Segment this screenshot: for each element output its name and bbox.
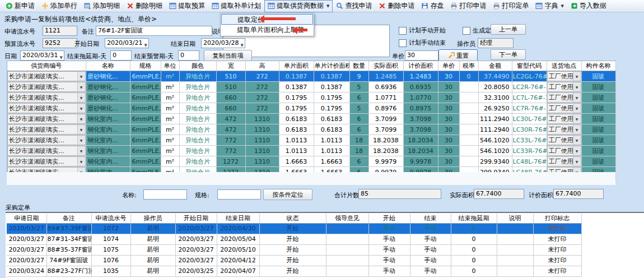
column-header[interactable]: 单位: [161, 61, 179, 71]
column-header[interactable]: 单价: [438, 61, 459, 71]
checkbox-box[interactable]: [463, 27, 470, 35]
supplier-combobox[interactable]: 长沙市潇湘玻璃实...▼: [7, 156, 86, 167]
order-row[interactable]: 2020/03/2774#9F窗固玻1076易明2020/03/272020/0…: [7, 256, 581, 266]
column-header[interactable]: 结束: [410, 214, 451, 224]
order-row[interactable]: 2020/03/2788#35-37F窗固玻1075易明2020/03/2720…: [7, 245, 581, 256]
item-row[interactable]: 长沙市潇湘玻璃实...▼钢化室内...6mmPLE...m²异地合片472131…: [7, 114, 615, 124]
delivery-combobox[interactable]: 工厂使用▼: [547, 82, 581, 92]
delivery-combobox[interactable]: 工厂使用▼: [547, 146, 581, 156]
plan-manual-start-checkbox[interactable]: 计划手动开始: [399, 26, 446, 35]
end-delay-field[interactable]: 0: [110, 50, 132, 61]
toolbar-button-delete-request[interactable]: 删除申请: [375, 0, 418, 12]
column-header[interactable]: 操作员: [130, 214, 175, 224]
toolbar-button-dictionary[interactable]: 字典▼: [532, 0, 567, 12]
order-row[interactable]: 2020/03/2789#37-39F窗固玻1072易明2020/03/2720…: [7, 224, 581, 234]
supplier-combobox[interactable]: 长沙市潇湘玻璃实...▼: [7, 103, 86, 114]
column-header[interactable]: 备注: [46, 214, 91, 224]
toolbar-button-label: 添加单行: [50, 1, 77, 11]
delivery-combobox[interactable]: 工厂使用▼: [547, 103, 581, 114]
delivery-combobox[interactable]: 工厂使用▼: [547, 156, 581, 167]
filter-spec-input[interactable]: [217, 189, 261, 200]
column-header[interactable]: 单片计价面积: [314, 61, 349, 71]
column-header[interactable]: 单片面积: [279, 61, 314, 71]
column-header[interactable]: 领导意见: [326, 214, 368, 224]
order-row[interactable]: 2020/03/2787#31-34F窗固玻1074易明2020/03/2720…: [7, 234, 581, 245]
column-header[interactable]: 数量: [349, 61, 368, 71]
column-header[interactable]: 高: [245, 61, 279, 71]
column-header[interactable]: 开始日期: [175, 214, 217, 224]
column-header[interactable]: 颜色: [179, 61, 216, 71]
delivery-combobox[interactable]: 工厂使用▼: [547, 92, 581, 103]
toolbar-button-add-row[interactable]: 添加单行: [38, 0, 81, 12]
delivery-combobox[interactable]: 工厂使用▼: [547, 114, 581, 124]
end-date-combobox[interactable]: 2020/03/28: [201, 38, 245, 48]
column-header[interactable]: 宽: [216, 61, 245, 71]
toolbar-button-find-request[interactable]: 查找申请: [333, 0, 375, 12]
delivery-combobox[interactable]: 工厂使用▼: [547, 71, 581, 82]
filter-name-input[interactable]: [143, 189, 187, 200]
supplier-combobox[interactable]: 长沙市潇湘玻璃实...▼: [7, 71, 86, 82]
supplier-combobox[interactable]: 长沙市潇湘玻璃实...▼: [7, 135, 86, 146]
column-header[interactable]: 规格: [130, 61, 161, 71]
item-row[interactable]: 长沙市潇湘玻璃实...▼磨砂钢化...6mmPLE...m²异地合片660272…: [7, 92, 615, 103]
toolbar-button-extract-budget[interactable]: 提取预算: [166, 0, 208, 12]
checkbox-box[interactable]: [399, 27, 407, 35]
item-row[interactable]: 长沙市潇湘玻璃实...▼钢化室内...6mmPLE...m²异地合片127213…: [7, 156, 615, 167]
column-header[interactable]: 金额: [478, 61, 512, 71]
supplier-combobox[interactable]: 长沙市潇湘玻璃实...▼: [7, 114, 86, 124]
toolbar-button-print-order[interactable]: 打印定单: [489, 0, 532, 12]
toolbar-button-save[interactable]: 存盘: [418, 0, 447, 12]
date-combobox[interactable]: 2020/03/31: [20, 50, 64, 61]
toolbar-button-delete-detail[interactable]: 删除明细: [123, 0, 166, 12]
column-header[interactable]: 打印标志: [533, 214, 581, 224]
item-row[interactable]: 长沙市潇湘玻璃实...▼钢化室内...6mmPLE...m²异地合片472131…: [7, 124, 615, 135]
locate-by-condition-button[interactable]: 按条件定位: [263, 189, 312, 200]
toolbar-button-new-request[interactable]: 新申请: [2, 0, 38, 12]
copy-current-button[interactable]: 复制当前项: [204, 50, 252, 61]
column-header[interactable]: 税率: [459, 61, 478, 71]
order-row[interactable]: 2020/03/2488#23-27F门顶玻1035易明2020/03/2520…: [7, 266, 581, 277]
column-header[interactable]: 名称: [86, 61, 130, 71]
remark-field[interactable]: 76#1-2F窗固玻: [96, 26, 212, 36]
apply-no-field[interactable]: 1121: [43, 26, 77, 36]
item-row[interactable]: 长沙市潇湘玻璃实...▼磨砂钢化...6mmPLE...m²异地合片510272…: [7, 82, 615, 92]
column-header[interactable]: 窗型代码: [512, 61, 547, 71]
column-header[interactable]: 申请流水号: [91, 214, 130, 224]
toolbar-button-add-detail[interactable]: 添加明细: [81, 0, 123, 12]
column-header[interactable]: 结束拖延期: [451, 214, 497, 224]
column-header[interactable]: 计价面积: [403, 61, 438, 71]
item-row[interactable]: 长沙市潇湘玻璃实...▼钢化室内...6mmPLE...m²异地合片772131…: [7, 135, 615, 146]
column-header[interactable]: 送货地点: [547, 61, 581, 71]
unit-price-field[interactable]: 30: [405, 50, 438, 61]
item-row[interactable]: 长沙市潇湘玻璃实...▼钢化室内...6mmPLE...m²异地合片772131…: [7, 146, 615, 156]
toolbar-button-print-request[interactable]: 打印申请: [447, 0, 489, 12]
column-header[interactable]: 供货商编号: [7, 61, 86, 71]
toolbar-button-extract-supplier-data[interactable]: 提取供货商数据▼: [264, 0, 333, 12]
column-header[interactable]: 结束日期: [217, 214, 259, 224]
delivery-combobox[interactable]: 工厂使用▼: [547, 124, 581, 135]
supplier-combobox[interactable]: 长沙市潇湘玻璃实...▼: [7, 82, 86, 92]
column-header[interactable]: 状态: [259, 214, 326, 224]
budget-no-field[interactable]: 9252: [43, 38, 77, 48]
toolbar-button-extract-supplement-plan[interactable]: 提取补单计划: [208, 0, 264, 12]
toolbar-button-import-data[interactable]: 导入数据: [567, 0, 610, 12]
column-header[interactable]: 构件名称: [581, 61, 615, 71]
operator-field[interactable]: 经理: [478, 38, 514, 48]
prev-order-button[interactable]: 上一单: [491, 24, 526, 35]
checkbox-box[interactable]: [399, 39, 407, 47]
supplier-combobox[interactable]: 长沙市潇湘玻璃实...▼: [7, 92, 86, 103]
column-header[interactable]: 开始: [368, 214, 410, 224]
reset-button[interactable]: 重置: [438, 49, 478, 62]
column-header[interactable]: 申请日期: [7, 214, 46, 224]
start-date-combobox[interactable]: 2020/03/21: [105, 38, 149, 48]
end-warn-field[interactable]: 0: [178, 50, 199, 61]
column-header[interactable]: 实际面积: [368, 61, 403, 71]
next-order-button[interactable]: 下一单: [491, 49, 526, 60]
item-row[interactable]: 长沙市潇湘玻璃实...▼磨砂钢化...6mmPLE...m²异地合片510272…: [7, 71, 615, 82]
supplier-combobox[interactable]: 长沙市潇湘玻璃实...▼: [7, 146, 86, 156]
column-header[interactable]: 说明: [497, 214, 533, 224]
plan-manual-end-checkbox[interactable]: 计划手动结束: [399, 39, 446, 47]
delivery-combobox[interactable]: 工厂使用▼: [547, 135, 581, 146]
supplier-combobox[interactable]: 长沙市潇湘玻璃实...▼: [7, 124, 86, 135]
item-row[interactable]: 长沙市潇湘玻璃实...▼磨砂钢化...6mmPLE...m²异地合片660272…: [7, 103, 615, 114]
